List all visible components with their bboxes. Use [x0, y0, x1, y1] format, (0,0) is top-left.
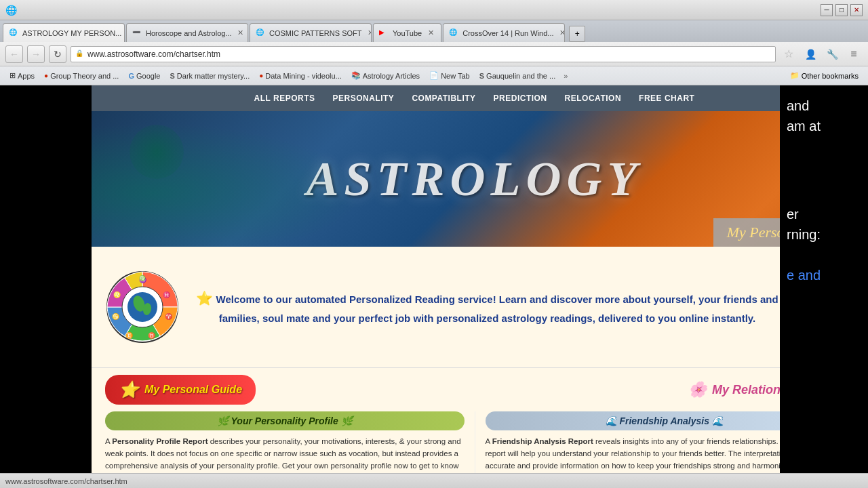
google-label: Google: [136, 72, 160, 80]
right-blue-text: e and: [787, 268, 821, 283]
google-icon: G: [128, 72, 134, 80]
user-icon-button[interactable]: 👤: [802, 45, 819, 63]
close-button[interactable]: ✕: [850, 4, 863, 16]
tab-close-horoscope[interactable]: ✕: [236, 28, 245, 38]
nav-item-4[interactable]: RELOCATION: [557, 91, 629, 106]
tab-favicon-youtube: ▶: [379, 28, 389, 38]
tab-crossover[interactable]: 🌐 CrossOver 14 | Run Wind... ✕: [443, 23, 565, 42]
title-bar: 🌐 ─ □ ✕: [0, 0, 868, 20]
nav-item-5[interactable]: FREE CHART: [631, 91, 703, 106]
new-tab-button[interactable]: +: [569, 26, 585, 42]
right-line1: and: [787, 98, 809, 113]
folder-icon: 📁: [790, 71, 800, 80]
bookmark-new-tab[interactable]: 📄 New Tab: [425, 70, 474, 81]
tab-favicon-cosmic: 🌐: [256, 28, 265, 38]
extension-button[interactable]: 🔧: [823, 45, 841, 63]
webpage: ALL REPORTSPERSONALITYCOMPATIBLITYPREDIC…: [0, 85, 868, 473]
star-icon-left: ⭐: [196, 291, 213, 306]
apps-label: Apps: [18, 72, 35, 80]
other-bookmarks-button[interactable]: 📁 Other bookmarks: [786, 70, 863, 81]
bookmark-google[interactable]: G Google: [124, 70, 164, 81]
tab-favicon-crossover: 🌐: [449, 28, 458, 38]
welcome-message: Welcome to our automated Personalized Re…: [216, 293, 778, 324]
bookmark-star-button[interactable]: ☆: [780, 45, 797, 63]
nav-item-3[interactable]: PREDICTION: [486, 91, 555, 106]
new-tab-label: New Tab: [441, 72, 470, 80]
bookmarks-separator: »: [564, 72, 568, 80]
nav-item-2[interactable]: COMPATIBLITY: [403, 91, 484, 106]
bookmarks-bar: ⊞ Apps ● Group Theory and ... G Google S…: [0, 66, 868, 85]
tab-favicon-horoscope: ➖: [132, 28, 142, 38]
address-icon: 🔒: [75, 49, 85, 59]
tab-label-cosmic: COSMIC PATTERNS SOFT: [269, 29, 362, 37]
data-mining-icon: ●: [259, 72, 263, 79]
minimize-button[interactable]: ─: [821, 4, 833, 16]
svg-text:♉: ♉: [148, 331, 156, 340]
tab-label-crossover: CrossOver 14 | Run Wind...: [462, 29, 553, 37]
personality-header-text: 🌿 Your Personality Profile 🌿: [217, 415, 353, 426]
site-navigation: ALL REPORTSPERSONALITYCOMPATIBLITYPREDIC…: [92, 85, 857, 111]
menu-button[interactable]: ≡: [845, 45, 863, 63]
tab-horoscope[interactable]: ➖ Horoscope and Astrolog... ✕: [126, 23, 248, 42]
dark-matter-label: Dark matter mystery...: [177, 72, 250, 80]
personality-bold: Personality Profile Report: [112, 437, 208, 445]
tab-youtube[interactable]: ▶ YouTube ✕: [373, 23, 441, 42]
relationship-guide-flower: 🌸: [688, 381, 707, 399]
svg-text:♓: ♓: [163, 291, 171, 299]
address-bar[interactable]: 🔒 www.astrosoftware.com/chartser.htm: [71, 46, 776, 62]
svg-text:♋: ♋: [112, 312, 120, 321]
svg-text:♌: ♌: [113, 291, 121, 299]
apps-icon: ⊞: [9, 71, 16, 80]
right-black-panel: and am at er rning: e and: [780, 85, 868, 473]
maximize-button[interactable]: □: [835, 4, 848, 16]
tab-astrology[interactable]: 🌐 ASTROLOGY MY PERSON... ✕: [3, 23, 125, 42]
welcome-text-block: ⭐ Welcome to our automated Personalized …: [190, 287, 785, 327]
zodiac-wheel: ♒ ♓ ♈ ♉ ♊ ♋ ♌ ♍: [105, 270, 180, 344]
nav-item-1[interactable]: PERSONALITY: [325, 91, 403, 106]
bookmark-astrology-articles[interactable]: 📚 Astrology Articles: [347, 70, 424, 81]
personal-guide-star: ⭐: [119, 380, 139, 399]
forward-button[interactable]: →: [27, 45, 45, 63]
guide-buttons-row: ⭐ My Personal Guide 🌸 My Relationship Gu…: [92, 368, 857, 411]
gauquelin-label: Gauquelin and the ...: [486, 72, 555, 80]
right-text-blue: e and: [787, 265, 861, 285]
new-tab-icon: 📄: [429, 71, 439, 80]
bookmark-data-mining[interactable]: ● Data Mining - videolu...: [255, 70, 346, 81]
personality-profile-col: 🌿 Your Personality Profile 🌿 A Personali…: [105, 411, 475, 473]
personal-guide-button[interactable]: ⭐ My Personal Guide: [105, 375, 256, 405]
tab-favicon-astrology: 🌐: [9, 28, 18, 38]
site-content: ALL REPORTSPERSONALITYCOMPATIBLITYPREDIC…: [92, 85, 857, 473]
other-bookmarks-label: Other bookmarks: [802, 72, 859, 80]
tab-label-astrology: ASTROLOGY MY PERSON...: [22, 29, 121, 37]
personal-guide-label: My Personal Guide: [144, 384, 242, 396]
tab-label-youtube: YouTube: [393, 29, 422, 37]
bookmark-gauquelin[interactable]: S Gauquelin and the ...: [475, 70, 559, 81]
hero-banner: ASTROLOGY My Personal Guide: [92, 111, 857, 247]
webpage-inner: ALL REPORTSPERSONALITYCOMPATIBLITYPREDIC…: [92, 85, 868, 473]
svg-text:♈: ♈: [165, 312, 173, 321]
welcome-section: ♒ ♓ ♈ ♉ ♊ ♋ ♌ ♍: [92, 247, 857, 368]
dark-matter-icon: S: [170, 72, 174, 80]
bookmark-apps[interactable]: ⊞ Apps: [5, 70, 39, 81]
tab-close-cosmic[interactable]: ✕: [366, 28, 372, 38]
svg-text:♊: ♊: [125, 331, 134, 340]
bookmark-dark-matter[interactable]: S Dark matter mystery...: [165, 70, 254, 81]
profile-sections: 🌿 Your Personality Profile 🌿 A Personali…: [92, 411, 857, 473]
black-left-panel: [0, 85, 92, 473]
refresh-button[interactable]: ↻: [49, 45, 66, 63]
tab-cosmic[interactable]: 🌐 COSMIC PATTERNS SOFT ✕: [250, 23, 372, 42]
svg-text:♍: ♍: [139, 274, 146, 281]
bookmark-group-theory[interactable]: ● Group Theory and ...: [40, 70, 123, 81]
browser-window: 🌐 ─ □ ✕ 🌐 ASTROLOGY MY PERSON... ✕ ➖ Hor…: [0, 0, 868, 488]
right-line2: am at: [787, 119, 821, 134]
nav-item-0[interactable]: ALL REPORTS: [246, 91, 323, 106]
personality-header: 🌿 Your Personality Profile 🌿: [105, 411, 465, 430]
tab-close-youtube[interactable]: ✕: [426, 28, 435, 38]
group-theory-icon: ●: [44, 72, 48, 79]
nav-bar: ← → ↻ 🔒 www.astrosoftware.com/chartser.h…: [0, 42, 868, 66]
tab-close-crossover[interactable]: ✕: [558, 28, 566, 38]
welcome-paragraph: ⭐ Welcome to our automated Personalized …: [190, 287, 785, 327]
back-button[interactable]: ←: [5, 45, 23, 63]
friendship-bold: Friendship Analysis Report: [492, 437, 593, 445]
group-theory-label: Group Theory and ...: [50, 72, 119, 80]
